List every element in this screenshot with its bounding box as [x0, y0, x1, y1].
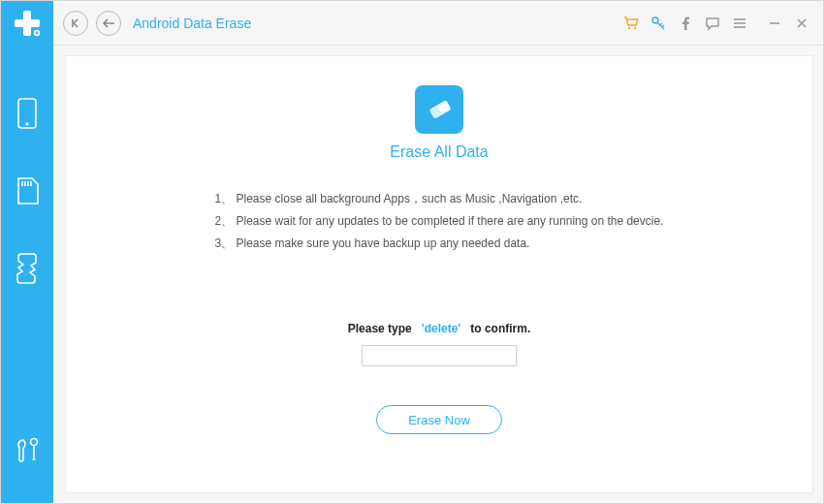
main-title: Erase All Data	[390, 143, 488, 161]
sidebar-item-tools[interactable]	[1, 412, 53, 489]
sidebar-item-phone[interactable]	[1, 75, 53, 152]
nav-back-button[interactable]	[96, 11, 121, 36]
confirm-text: Please type 'delete' to confirm.	[348, 322, 531, 335]
key-icon	[650, 16, 666, 31]
svg-point-9	[31, 439, 38, 446]
feedback-button[interactable]	[700, 11, 725, 36]
minimize-button[interactable]	[762, 11, 787, 36]
speech-bubble-icon	[705, 16, 720, 31]
broken-phone-icon	[16, 252, 38, 285]
cart-icon	[623, 16, 639, 31]
wrench-screwdriver-icon	[14, 436, 41, 465]
eraser-icon	[425, 95, 454, 124]
home-arrow-icon	[70, 17, 81, 29]
instruction-list: 1、 Please close all background Apps，such…	[215, 188, 664, 254]
instruction-row: 3、 Please make sure you have backup up a…	[215, 233, 664, 255]
instruction-text: Please close all background Apps，such as…	[237, 188, 583, 210]
confirm-keyword: 'delete'	[422, 322, 460, 335]
page-title: Android Data Erase	[133, 16, 251, 31]
instruction-text: Please wait for any updates to be comple…	[237, 210, 664, 233]
key-button[interactable]	[646, 11, 671, 36]
app-window: Android Data Erase	[0, 0, 824, 504]
app-logo	[1, 1, 53, 46]
confirm-suffix: to confirm.	[470, 322, 530, 335]
confirm-prefix: Please type	[348, 322, 412, 335]
close-icon	[795, 16, 808, 30]
facebook-icon	[679, 16, 692, 30]
sidebar-item-broken-phone[interactable]	[1, 230, 53, 307]
minimize-icon	[768, 16, 781, 30]
hamburger-icon	[732, 16, 747, 31]
instruction-row: 1、 Please close all background Apps，such…	[215, 188, 664, 210]
instruction-number: 3、	[215, 233, 233, 255]
erase-now-button[interactable]: Erase Now	[376, 405, 502, 434]
nav-home-button[interactable]	[63, 11, 88, 36]
sdcard-icon	[15, 176, 40, 205]
menu-button[interactable]	[727, 11, 752, 36]
erase-hero-icon-box	[415, 85, 463, 134]
topbar-utilities	[618, 1, 815, 46]
svg-point-13	[628, 27, 630, 29]
plus-logo-icon	[12, 8, 43, 39]
instruction-number: 1、	[215, 188, 233, 210]
svg-point-14	[634, 27, 636, 29]
sidebar-item-sdcard[interactable]	[1, 152, 53, 230]
cart-button[interactable]	[618, 11, 644, 36]
instruction-text: Please make sure you have backup up any …	[237, 233, 530, 255]
close-button[interactable]	[789, 11, 814, 36]
back-arrow-icon	[102, 17, 115, 29]
erase-now-label: Erase Now	[408, 413, 470, 427]
confirm-input[interactable]	[362, 345, 517, 366]
main-panel: Erase All Data 1、 Please close all backg…	[65, 55, 813, 493]
phone-icon	[16, 97, 38, 130]
topbar: Android Data Erase	[53, 1, 823, 46]
sidebar	[1, 1, 53, 503]
instruction-row: 2、 Please wait for any updates to be com…	[215, 210, 664, 233]
svg-point-4	[25, 122, 28, 125]
confirm-block: Please type 'delete' to confirm.	[348, 322, 531, 366]
facebook-button[interactable]	[673, 11, 698, 36]
svg-rect-1	[15, 19, 40, 27]
instruction-number: 2、	[215, 210, 233, 233]
